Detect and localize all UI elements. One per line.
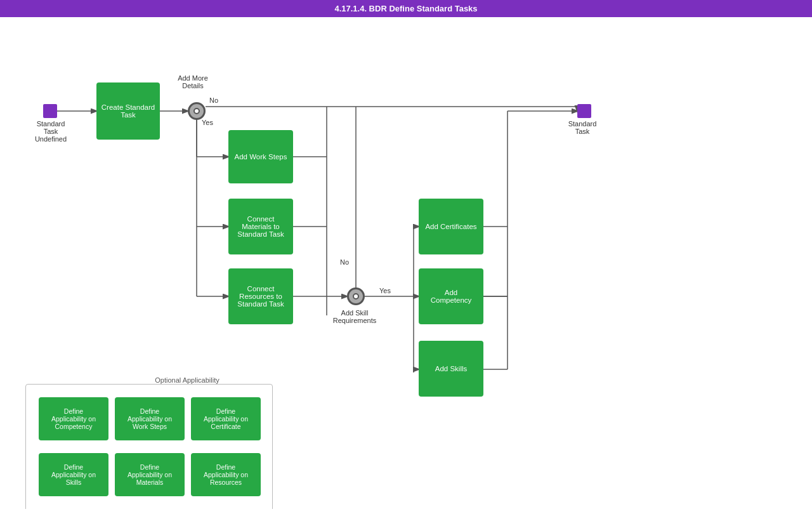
header-title: 4.17.1.4. BDR Define Standard Tasks xyxy=(334,4,477,13)
optional-item-4[interactable]: Define Applicability on Materials xyxy=(115,453,185,496)
end-label: Standard Task xyxy=(563,120,601,135)
connect-resources-node[interactable]: Connect Resources to Standard Task xyxy=(228,268,293,324)
header-bar: 4.17.1.4. BDR Define Standard Tasks xyxy=(0,0,812,17)
optional-item-3[interactable]: Define Applicability on Skills xyxy=(39,453,108,496)
edge-label-yes1: Yes xyxy=(202,119,213,126)
edge-label-no1: No xyxy=(209,96,218,104)
add-skills-node[interactable]: Add Skills xyxy=(419,341,483,397)
add-work-steps-node[interactable]: Add Work Steps xyxy=(228,130,293,183)
gateway2-inner xyxy=(353,293,359,300)
gateway1-inner xyxy=(193,108,200,114)
edge-label-no2: No xyxy=(340,258,349,266)
gateway1-node xyxy=(188,102,206,120)
optional-item-1[interactable]: Define Applicability on Work Steps xyxy=(115,397,185,440)
add-competency-node[interactable]: Add Competency xyxy=(419,268,483,324)
connect-materials-node[interactable]: Connect Materials to Standard Task xyxy=(228,199,293,254)
optional-item-5[interactable]: Define Applicability on Resources xyxy=(191,453,261,496)
gateway2-node xyxy=(347,287,365,305)
add-certificates-node[interactable]: Add Certificates xyxy=(419,199,483,254)
optional-box: Define Applicability on Competency Defin… xyxy=(25,384,273,509)
start-node xyxy=(43,104,57,118)
gateway2-label: Add Skill Requirements xyxy=(329,309,380,324)
edge-label-yes2: Yes xyxy=(379,287,391,294)
optional-item-2[interactable]: Define Applicability on Certificate xyxy=(191,397,261,440)
optional-item-0[interactable]: Define Applicability on Competency xyxy=(39,397,108,440)
start-label: Standard Task Undefined xyxy=(29,120,73,143)
end-node xyxy=(577,104,591,118)
gateway1-label: Add More Details xyxy=(170,74,216,89)
create-standard-task-node[interactable]: Create Standard Task xyxy=(96,82,160,140)
optional-title: Optional Applicability xyxy=(108,376,266,384)
diagram-area: Standard Task Undefined Create Standard … xyxy=(0,17,812,509)
